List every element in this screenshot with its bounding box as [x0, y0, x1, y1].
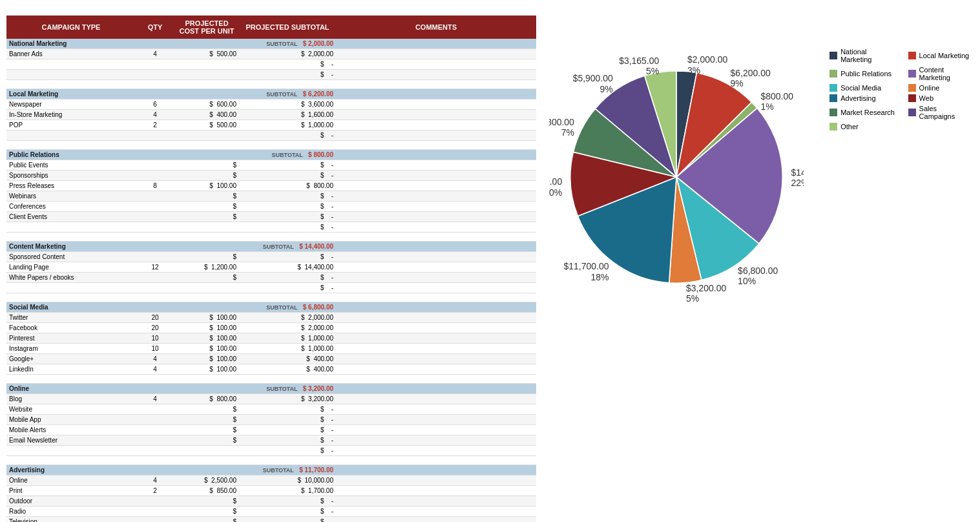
- header-campaign: CAMPAIGN TYPE: [6, 16, 136, 39]
- item-qty: [136, 70, 174, 80]
- legend-label-1: Local Marketing: [919, 52, 970, 59]
- item-subtotal: $ -: [239, 70, 336, 80]
- pie-label-10: $3,165.005%: [619, 56, 659, 76]
- table-row: Instagram 10 $ 100.00 $ 1,000.00: [6, 344, 536, 354]
- legend-color-8: [829, 109, 837, 116]
- item-subtotal: $ 400.00: [239, 354, 336, 364]
- category-subtotal: SUBTOTAL $ 14,400.00: [239, 242, 336, 252]
- item-cost: $: [174, 517, 239, 523]
- category-comments: [336, 150, 536, 160]
- legend-color-4: [829, 84, 837, 92]
- item-subtotal: $ -: [239, 283, 336, 293]
- table-row: Twitter 20 $ 100.00 $ 2,000.00: [6, 313, 536, 323]
- pie-label-6: $11,700.0018%: [564, 261, 609, 282]
- item-cost: $: [174, 212, 239, 222]
- legend-item-9: Sales Campaigns: [908, 105, 974, 120]
- category-comments: [336, 89, 536, 99]
- table-row: Mobile App $ $ -: [6, 415, 536, 425]
- table-row: Radio $ $ -: [6, 506, 536, 517]
- table-row: $ -: [6, 283, 536, 293]
- legend-label-9: Sales Campaigns: [919, 105, 974, 120]
- legend-label-4: Social Media: [840, 84, 881, 92]
- legend-color-0: [829, 52, 837, 59]
- item-name: [6, 130, 136, 141]
- item-cost: $: [174, 435, 239, 446]
- item-qty: 4: [136, 475, 174, 486]
- legend-label-8: Market Research: [840, 109, 895, 116]
- category-row: Local Marketing SUBTOTAL $ 6,200.00: [6, 89, 536, 99]
- item-cost: $ 500.00: [174, 120, 239, 130]
- item-qty: [136, 517, 174, 523]
- table-header-row: CAMPAIGN TYPE QTY PROJECTED COST PER UNI…: [6, 16, 536, 39]
- table-row: Pinterest 10 $ 100.00 $ 1,000.00: [6, 333, 536, 344]
- spacer-row: [6, 293, 536, 302]
- item-comments: [336, 486, 536, 496]
- item-qty: 20: [136, 323, 174, 333]
- item-qty: 12: [136, 262, 174, 273]
- item-cost: [174, 283, 239, 293]
- item-subtotal: $ -: [239, 252, 336, 262]
- table-row: $ -: [6, 222, 536, 233]
- item-qty: [136, 425, 174, 435]
- category-cost: [174, 242, 239, 252]
- item-comments: [336, 171, 536, 181]
- category-row: Public Relations SUBTOTAL $ 800.00: [6, 150, 536, 160]
- category-cost: [174, 39, 239, 49]
- category-qty: [136, 384, 174, 394]
- item-comments: [336, 59, 536, 70]
- legend-color-6: [829, 94, 837, 102]
- legend-item-4: Social Media: [829, 84, 895, 92]
- table-row: $ -: [6, 446, 536, 456]
- table-row: Facebook 20 $ 100.00 $ 2,000.00: [6, 323, 536, 333]
- category-subtotal: SUBTOTAL $ 6,800.00: [239, 302, 336, 313]
- legend-color-7: [908, 94, 916, 102]
- item-cost: $: [174, 160, 239, 171]
- category-comments: [336, 384, 536, 394]
- legend-color-3: [908, 70, 916, 78]
- item-subtotal: $ 1,700.00: [239, 486, 336, 496]
- category-qty: [136, 242, 174, 252]
- table-row: Blog 4 $ 800.00 $ 3,200.00: [6, 394, 536, 404]
- category-row: Online SUBTOTAL $ 3,200.00: [6, 384, 536, 394]
- item-subtotal: $ 14,400.00: [239, 262, 336, 273]
- item-cost: $: [174, 171, 239, 181]
- legend-item-0: National Marketing: [829, 48, 895, 63]
- item-name: Email Newsletter: [6, 435, 136, 446]
- table-row: In-Store Marketing 4 $ 400.00 $ 1,600.00: [6, 110, 536, 120]
- item-comments: [336, 394, 536, 404]
- category-name: Social Media: [6, 302, 136, 313]
- item-qty: 4: [136, 110, 174, 120]
- category-comments: [336, 302, 536, 313]
- item-comments: [336, 252, 536, 262]
- header-cost: PROJECTED COST PER UNIT: [174, 16, 239, 39]
- item-name: Landing Page: [6, 262, 136, 273]
- item-subtotal: $ 400.00: [239, 364, 336, 375]
- legend-color-10: [829, 123, 837, 130]
- item-subtotal: $ -: [239, 435, 336, 446]
- item-comments: [336, 446, 536, 456]
- pie-label-8: $4,800.007%: [549, 117, 574, 138]
- category-name: Content Marketing: [6, 242, 136, 252]
- item-cost: $: [174, 506, 239, 517]
- legend-color-1: [908, 52, 916, 59]
- item-comments: [336, 323, 536, 333]
- item-cost: $ 100.00: [174, 333, 239, 344]
- item-comments: [336, 364, 536, 375]
- item-cost: $ 600.00: [174, 99, 239, 110]
- item-name: Sponsorships: [6, 171, 136, 181]
- item-comments: [336, 354, 536, 364]
- item-name: Pinterest: [6, 333, 136, 344]
- item-qty: [136, 222, 174, 233]
- item-name: [6, 283, 136, 293]
- table-row: Conferences $ $ -: [6, 202, 536, 212]
- chart-legend: National Marketing Local Marketing Publi…: [829, 48, 974, 130]
- category-qty: [136, 302, 174, 313]
- item-comments: [336, 120, 536, 130]
- item-subtotal: $ 2,000.00: [239, 313, 336, 323]
- item-name: Mobile Alerts: [6, 425, 136, 435]
- item-comments: [336, 344, 536, 354]
- item-cost: $: [174, 252, 239, 262]
- item-comments: [336, 425, 536, 435]
- item-subtotal: $ -: [239, 404, 336, 415]
- category-cost: [174, 150, 239, 160]
